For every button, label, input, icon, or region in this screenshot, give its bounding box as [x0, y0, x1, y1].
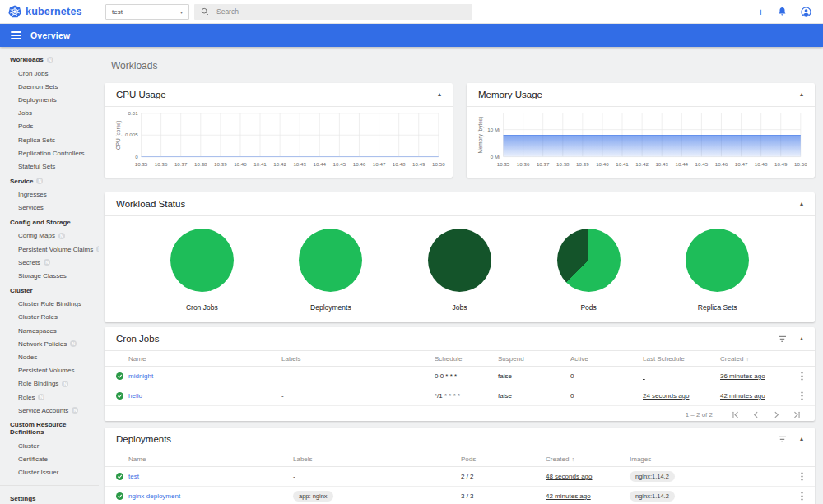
sidebar-item-namespaces[interactable]: Namespaces — [0, 324, 99, 337]
sidebar-item-deployments[interactable]: Deployments — [0, 93, 99, 106]
created-cell[interactable]: 42 minutes ago — [720, 392, 786, 400]
filter-button[interactable] — [778, 436, 787, 443]
sidebar-item-cluster-issuer[interactable]: Cluster Issuer — [0, 466, 99, 479]
last-schedule-cell[interactable]: - — [643, 372, 720, 380]
workload-status-pie-pods: Pods — [527, 229, 650, 312]
row-actions-kebab-button[interactable] — [801, 391, 803, 400]
sidebar-item-persistent-volume-claims[interactable]: Persistent Volume ClaimsN — [0, 243, 99, 256]
sidebar-item-label: Services — [18, 204, 44, 211]
sidebar-divider — [0, 485, 99, 486]
search-bar[interactable] — [194, 4, 472, 20]
pie-chart — [299, 229, 362, 292]
column-header[interactable]: Images — [630, 455, 786, 463]
sidebar-group-cluster[interactable]: Cluster — [0, 283, 99, 298]
deployment-name-link[interactable]: nginx-deployment — [128, 492, 293, 500]
chevron-down-icon: ▾ — [180, 9, 183, 15]
cronjob-name-link[interactable]: hello — [128, 392, 281, 400]
deployment-name-link[interactable]: test — [128, 473, 293, 480]
last-page-button[interactable] — [793, 410, 802, 419]
create-plus-button[interactable]: + — [757, 7, 764, 17]
cronjob-name-link[interactable]: midnight — [128, 372, 281, 380]
sidebar-item-persistent-volumes[interactable]: Persistent Volumes — [0, 364, 99, 377]
namespace-selector[interactable]: test ▾ — [105, 4, 189, 20]
status-ok-icon — [116, 372, 123, 380]
sidebar-item-stateful-sets[interactable]: Stateful Sets — [0, 160, 99, 173]
row-actions-kebab-button[interactable] — [801, 372, 803, 381]
svg-text:10:49: 10:49 — [412, 161, 425, 167]
svg-text:10:41: 10:41 — [253, 161, 267, 167]
sidebar-item-daemon-sets[interactable]: Daemon Sets — [0, 80, 99, 93]
sidebar-item-storage-classes[interactable]: Storage Classes — [0, 269, 99, 282]
sidebar-group-custom-resource-definitions[interactable]: Custom Resource Definitions — [0, 417, 99, 439]
sidebar-item-settings[interactable]: Settings — [0, 490, 99, 504]
sidebar-group-workloads[interactable]: WorkloadsN — [0, 52, 99, 67]
sidebar-item-config-maps[interactable]: Config MapsN — [0, 229, 99, 243]
first-page-button[interactable] — [731, 410, 740, 419]
collapse-caret-icon[interactable]: ▴ — [800, 335, 803, 342]
status-ok-icon — [116, 392, 123, 400]
sidebar-item-label: Cron Jobs — [18, 70, 48, 77]
menu-hamburger-button[interactable] — [11, 31, 21, 39]
column-header[interactable]: Labels — [281, 355, 435, 363]
column-header[interactable]: Suspend — [498, 355, 570, 363]
created-cell[interactable]: 48 seconds ago — [546, 473, 630, 480]
next-page-button[interactable] — [772, 410, 781, 419]
last-schedule-cell[interactable]: 24 seconds ago — [643, 392, 720, 400]
created-cell[interactable]: 42 minutes ago — [546, 492, 630, 500]
collapse-caret-icon[interactable]: ▴ — [800, 91, 803, 98]
deployments-title: Deployments — [116, 434, 171, 444]
sidebar-item-service-accounts[interactable]: Service AccountsN — [0, 404, 99, 417]
pie-chart — [557, 229, 621, 292]
collapse-caret-icon[interactable]: ▴ — [800, 201, 803, 207]
sidebar-item-cluster-roles[interactable]: Cluster Roles — [0, 311, 99, 324]
labels-cell: - — [293, 473, 461, 480]
row-actions-kebab-button[interactable] — [801, 472, 803, 481]
sidebar-item-jobs[interactable]: Jobs — [0, 107, 99, 120]
column-header[interactable]: Created↑ — [720, 355, 786, 363]
notifications-bell-button[interactable] — [778, 7, 787, 16]
first-page-icon — [731, 410, 740, 419]
svg-text:10:48: 10:48 — [393, 161, 406, 167]
sidebar-item-pods[interactable]: Pods — [0, 120, 99, 133]
sidebar-item-label: Storage Classes — [18, 272, 67, 280]
sidebar-item-cron-jobs[interactable]: Cron Jobs — [0, 67, 99, 80]
collapse-caret-icon[interactable]: ▴ — [438, 91, 441, 98]
table-row: nginx-deploymentapp: nginx3 / 342 minute… — [105, 487, 815, 504]
collapse-caret-icon[interactable]: ▴ — [800, 436, 803, 442]
kebab-icon — [801, 492, 803, 501]
column-header[interactable]: Pods — [461, 455, 546, 463]
search-input[interactable] — [216, 7, 430, 16]
sidebar-item-nodes[interactable]: Nodes — [0, 350, 99, 363]
sidebar-item-certificate[interactable]: Certificate — [0, 453, 99, 466]
column-header[interactable]: Last Schedule — [643, 355, 720, 363]
sidebar-item-role-bindings[interactable]: Role BindingsN — [0, 377, 99, 391]
sidebar-item-replication-controllers[interactable]: Replication Controllers — [0, 146, 99, 160]
svg-text:Memory (bytes): Memory (bytes) — [477, 117, 484, 154]
sidebar-item-cluster[interactable]: Cluster — [0, 439, 99, 452]
svg-text:10:48: 10:48 — [755, 161, 768, 167]
column-header[interactable]: Active — [570, 355, 643, 363]
column-header[interactable]: Name — [128, 455, 293, 463]
sidebar-group-config-and-storage[interactable]: Config and Storage — [0, 215, 99, 229]
sidebar-item-secrets[interactable]: SecretsN — [0, 256, 99, 269]
labels-cell: - — [281, 372, 435, 380]
sidebar-item-ingresses[interactable]: Ingresses — [0, 188, 99, 201]
sidebar-item-network-policies[interactable]: Network PoliciesN — [0, 337, 99, 350]
workload-status-pie-jobs: Jobs — [398, 229, 521, 312]
account-button[interactable] — [801, 7, 811, 17]
cpu-usage-card: CPU Usage ▴ 10:3510:3610:3710:3810:3910:… — [105, 83, 453, 178]
sidebar-item-roles[interactable]: RolesN — [0, 391, 99, 404]
sidebar-item-services[interactable]: Services — [0, 201, 99, 215]
column-header[interactable]: Schedule — [435, 355, 498, 363]
column-header[interactable]: Labels — [293, 455, 461, 463]
sidebar-item-replica-sets[interactable]: Replica Sets — [0, 133, 99, 146]
column-header[interactable]: Created↑ — [546, 455, 630, 463]
sidebar-item-cluster-role-bindings[interactable]: Cluster Role Bindings — [0, 298, 99, 311]
chart-svg: 10:3510:3610:3710:3810:3910:4010:4110:42… — [108, 109, 449, 177]
column-header[interactable]: Name — [128, 355, 281, 363]
row-actions-kebab-button[interactable] — [801, 492, 803, 501]
filter-button[interactable] — [778, 335, 787, 343]
previous-page-button[interactable] — [751, 410, 760, 419]
created-cell[interactable]: 36 minutes ago — [720, 372, 786, 380]
sidebar-group-service[interactable]: ServiceN — [0, 173, 99, 188]
